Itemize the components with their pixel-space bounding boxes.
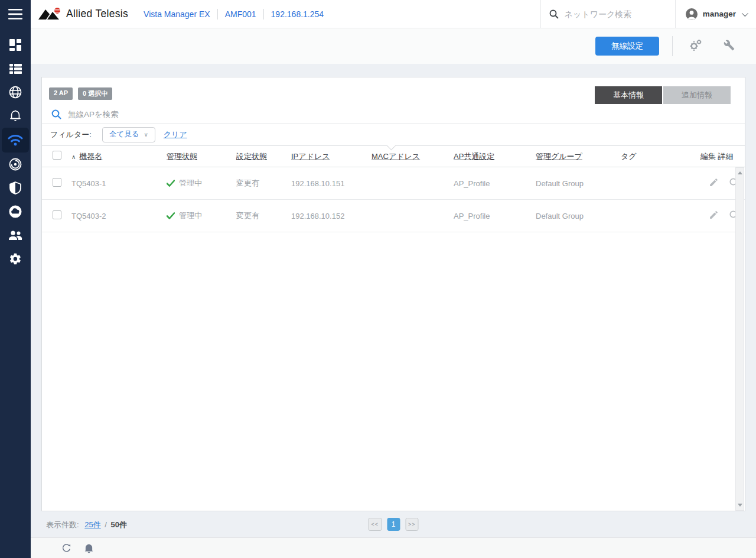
total-count: 50件: [111, 520, 127, 529]
search-icon: [51, 109, 61, 119]
network-map-icon[interactable]: [0, 80, 31, 104]
row-checkbox[interactable]: [53, 178, 61, 187]
scroll-down-icon[interactable]: [738, 504, 742, 507]
avatar-icon: [685, 8, 698, 21]
crumb-ip[interactable]: 192.168.1.254: [264, 9, 331, 19]
network-search: [540, 0, 675, 28]
menu-icon[interactable]: [0, 0, 31, 28]
mgmt-status: 管理中: [167, 210, 236, 221]
tab-basic-info[interactable]: 基本情報: [595, 86, 662, 104]
toolbar-divider: [672, 36, 673, 56]
vertical-scrollbar[interactable]: [735, 167, 744, 511]
wireless-icon[interactable]: [2, 128, 29, 153]
info-tabs: 基本情報 追加情報: [595, 86, 731, 104]
chevron-down-icon: [742, 9, 748, 16]
top-header: Allied Telesis Vista Manager EX AMF001 1…: [31, 0, 756, 28]
sidebar: [0, 0, 31, 558]
sort-asc-icon: ∧: [71, 154, 76, 160]
ip-address: 192.168.10.151: [291, 179, 372, 188]
filter-clear-link[interactable]: クリア: [164, 129, 187, 140]
ap-profile: AP_Profile: [454, 212, 536, 220]
display-count-label: 表示件数:: [46, 520, 79, 529]
utility-bar: [31, 537, 756, 558]
col-config-status[interactable]: 設定状態: [236, 151, 291, 162]
edit-pencil-icon[interactable]: [709, 177, 719, 189]
gears-icon[interactable]: [689, 39, 702, 53]
count-separator: /: [105, 520, 107, 529]
display-count: 表示件数: 25件 / 50件: [46, 520, 127, 530]
current-page-button[interactable]: 1: [387, 518, 400, 531]
chevron-down-icon: ∨: [144, 131, 148, 138]
cloud-icon[interactable]: [0, 200, 31, 223]
table-row: TQ5403-2 管理中 変更有 192.168.10.152 AP_Profi…: [42, 200, 745, 232]
table-body: TQ5403-1 管理中 変更有 192.168.10.151 AP_Profi…: [42, 167, 745, 232]
list-footer: 表示件数: 25件 / 50件 << 1 >>: [31, 511, 756, 537]
users-icon[interactable]: [0, 223, 31, 247]
edit-pencil-icon[interactable]: [709, 210, 719, 222]
col-ap-profile[interactable]: AP共通設定: [454, 151, 536, 162]
row-actions: [700, 177, 753, 189]
select-all-checkbox[interactable]: [53, 151, 61, 160]
allied-telesis-logo-icon: [38, 7, 63, 22]
wrench-icon[interactable]: [724, 40, 735, 53]
brand-name: Allied Telesis: [66, 8, 128, 20]
managed-check-icon: [167, 212, 175, 219]
ap-search-bar: [42, 105, 745, 124]
sdwan-icon[interactable]: [0, 153, 31, 176]
prev-page-button[interactable]: <<: [368, 518, 382, 531]
tab-additional-info[interactable]: 追加情報: [663, 86, 731, 104]
search-icon: [549, 9, 559, 19]
filter-label: フィルター:: [50, 129, 92, 140]
col-edit-detail: 編集 詳細: [700, 151, 751, 162]
config-status: 変更有: [236, 178, 291, 189]
device-name: TQ5403-1: [71, 179, 167, 188]
security-icon[interactable]: [0, 176, 31, 200]
dashboard-icon[interactable]: [0, 33, 31, 57]
col-mgmt-status[interactable]: 管理状態: [167, 151, 236, 162]
vista-manager-app: Allied Telesis Vista Manager EX AMF001 1…: [0, 0, 756, 558]
col-ip-address[interactable]: IPアドレス: [291, 151, 372, 162]
col-mgmt-group[interactable]: 管理グループ: [536, 151, 621, 162]
wireless-settings-button[interactable]: 無線設定: [595, 37, 659, 56]
table-header: ∧機器名 管理状態 設定状態 IPアドレス MACアドレス AP共通設定 管理グ…: [42, 146, 745, 167]
filter-dropdown-value: 全て見る: [109, 129, 139, 140]
bell-icon[interactable]: [84, 543, 93, 553]
mgmt-status: 管理中: [167, 178, 236, 189]
brand-logo: Allied Telesis: [38, 7, 128, 22]
selected-count-badge: 0 選択中: [78, 87, 112, 100]
user-name: manager: [703, 9, 736, 18]
network-search-input[interactable]: [565, 9, 659, 19]
row-checkbox[interactable]: [53, 210, 61, 219]
ip-address: 192.168.10.152: [291, 212, 372, 220]
ap-search-input[interactable]: [68, 110, 304, 119]
event-log-icon[interactable]: [0, 104, 31, 128]
col-device-name[interactable]: ∧機器名: [71, 151, 167, 162]
crumb-product[interactable]: Vista Manager EX: [136, 9, 217, 19]
ap-count-badge: 2 AP: [49, 87, 73, 100]
ap-profile: AP_Profile: [454, 179, 536, 188]
mgmt-group: Default Group: [536, 212, 621, 220]
scroll-up-icon[interactable]: [738, 171, 742, 174]
badge-group: 2 AP 0 選択中: [49, 87, 112, 100]
ap-list-panel: 2 AP 0 選択中 基本情報 追加情報 フィルター: 全て見る ∨ クリア ∧…: [41, 77, 745, 511]
user-menu[interactable]: manager: [675, 0, 756, 28]
refresh-icon[interactable]: [61, 543, 71, 553]
device-list-icon[interactable]: [0, 57, 31, 80]
page-toolbar: 無線設定: [31, 28, 756, 64]
pagination: << 1 >>: [368, 518, 418, 531]
row-actions: [700, 210, 753, 222]
page-size-link[interactable]: 25件: [84, 520, 100, 529]
col-mac-address[interactable]: MACアドレス: [372, 151, 454, 162]
mgmt-group: Default Group: [536, 179, 621, 188]
managed-check-icon: [167, 180, 175, 187]
device-name: TQ5403-2: [71, 212, 167, 220]
next-page-button[interactable]: >>: [405, 518, 419, 531]
table-row: TQ5403-1 管理中 変更有 192.168.10.151 AP_Profi…: [42, 167, 745, 200]
config-status: 変更有: [236, 210, 291, 221]
crumb-network[interactable]: AMF001: [218, 9, 263, 19]
breadcrumb: Vista Manager EX AMF001 192.168.1.254: [136, 9, 331, 20]
col-tags: タグ: [621, 151, 700, 162]
settings-icon[interactable]: [0, 247, 31, 271]
filter-dropdown[interactable]: 全て見る ∨: [102, 127, 155, 142]
